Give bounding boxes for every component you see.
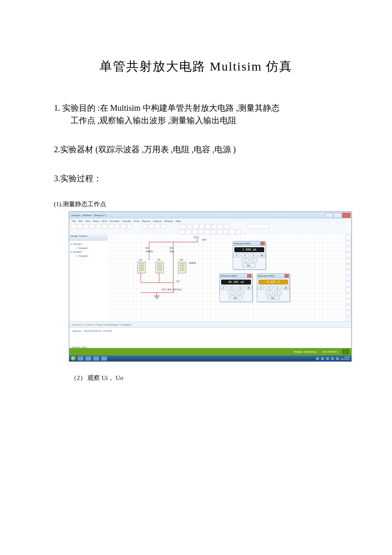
- meter-dc-button[interactable]: —: [237, 291, 244, 295]
- meter-ohm-button[interactable]: Ω: [274, 286, 281, 290]
- meter-set-button[interactable]: Set...: [267, 296, 280, 300]
- tray-icon[interactable]: [331, 357, 334, 360]
- toolbar-button[interactable]: [199, 224, 205, 229]
- instrument-icon[interactable]: [346, 305, 351, 310]
- meter-dc-button[interactable]: —: [250, 258, 258, 263]
- meter-db-button[interactable]: dB: [258, 253, 265, 258]
- output-panel[interactable]: Multisim - 2016年3月23日, 14:53:55 Results …: [69, 327, 351, 349]
- taskbar-icon[interactable]: [93, 356, 100, 361]
- instrument-icon[interactable]: [346, 241, 351, 246]
- toolbar-button[interactable]: [90, 224, 95, 229]
- close-button[interactable]: [342, 213, 351, 218]
- tree-tabs[interactable]: Hierarchy | Visibility | Project View: [72, 324, 109, 326]
- toolbar-button[interactable]: [180, 229, 185, 234]
- menu-window[interactable]: Window: [164, 220, 173, 222]
- toolbar-button[interactable]: [96, 224, 101, 229]
- toolbar-combo[interactable]: [248, 224, 269, 229]
- tree-file[interactable]: 📄 Design2: [71, 254, 106, 258]
- menu-simulate[interactable]: Simulate: [110, 220, 119, 222]
- meter-a-button[interactable]: A: [233, 253, 240, 258]
- instrument-icon[interactable]: [346, 293, 351, 298]
- windows-taskbar[interactable]: 14:54 2016/3/23: [69, 355, 351, 361]
- minimize-button[interactable]: [325, 213, 333, 218]
- meter-a-button[interactable]: A: [220, 286, 227, 290]
- toolbar-button[interactable]: [198, 229, 204, 234]
- toolbar-button[interactable]: [212, 224, 217, 229]
- meter-block-u2[interactable]: [156, 262, 164, 273]
- toolbar-button[interactable]: [223, 229, 229, 234]
- toolbar-button[interactable]: [193, 224, 198, 229]
- toolbar-button[interactable]: [121, 224, 126, 229]
- meter-v-button[interactable]: V: [265, 286, 273, 290]
- toolbar-button[interactable]: [149, 224, 154, 229]
- meter-a-button[interactable]: A: [257, 286, 264, 290]
- multimeter-xmm1-window[interactable]: Multimeter-XMM1 1.998 mA A V Ω dB ～ — Se…: [233, 241, 266, 270]
- menu-reports[interactable]: Reports: [142, 220, 151, 222]
- meter-set-button[interactable]: Set...: [243, 263, 256, 268]
- toolbar-button[interactable]: [83, 224, 89, 229]
- tree-project[interactable]: ▸ Design2: [71, 250, 106, 254]
- toolbar-button[interactable]: [180, 224, 186, 229]
- menu-help[interactable]: Help: [175, 220, 180, 222]
- tray-icon[interactable]: [336, 357, 339, 360]
- toolbar-button[interactable]: [71, 224, 76, 229]
- toolbar-button[interactable]: [236, 229, 241, 234]
- close-icon[interactable]: [247, 274, 251, 278]
- window-titlebar[interactable]: Design1 - Multisim - [Design1 *]: [69, 212, 351, 219]
- design-tree-panel[interactable]: Design Toolbox ▸ Design1 📄 Design1 ▸ Des…: [69, 234, 108, 321]
- taskbar-icon[interactable]: [85, 356, 92, 361]
- toolbar-1[interactable]: [69, 224, 351, 230]
- instrument-icon[interactable]: [346, 270, 351, 275]
- instrument-icon[interactable]: [346, 253, 351, 258]
- tray-icon[interactable]: [326, 357, 329, 360]
- toolbar-button[interactable]: [77, 224, 83, 229]
- menu-place[interactable]: Place: [93, 220, 99, 222]
- meter-block-u1[interactable]: [137, 262, 146, 273]
- start-button[interactable]: [71, 356, 76, 360]
- toolbar-button[interactable]: [229, 229, 235, 234]
- toolbar-button[interactable]: [114, 224, 120, 229]
- meter-v-button[interactable]: V: [241, 253, 248, 258]
- toolbar-button[interactable]: [127, 224, 132, 229]
- menu-options[interactable]: Options: [153, 220, 162, 222]
- canvas-tabs[interactable]: Hierarchy | Visibility | Project View De…: [69, 321, 351, 328]
- taskbar-icon[interactable]: [101, 356, 107, 361]
- menu-view[interactable]: View: [85, 220, 90, 222]
- menu-edit[interactable]: Edit: [78, 220, 83, 222]
- toolbar-button[interactable]: [211, 229, 216, 234]
- instrument-icon[interactable]: [346, 247, 351, 252]
- toolbar-button[interactable]: [205, 229, 210, 234]
- toolbar-button[interactable]: [217, 229, 222, 234]
- close-icon[interactable]: [285, 274, 289, 278]
- toolbar-button[interactable]: [186, 229, 191, 234]
- tray-icon[interactable]: [316, 357, 319, 360]
- instrument-icon[interactable]: [346, 311, 351, 316]
- instrument-icon[interactable]: [346, 287, 351, 292]
- toolbar-button[interactable]: [218, 224, 223, 229]
- toolbar-button[interactable]: [224, 224, 229, 229]
- meter-set-button[interactable]: Set...: [229, 296, 243, 300]
- instrument-icon[interactable]: [346, 299, 351, 304]
- meter-ac-button[interactable]: ～: [241, 258, 249, 263]
- canvas-tab-labels[interactable]: Design1 * | Design2: [109, 324, 131, 326]
- tree-file[interactable]: 📄 Design1: [71, 246, 106, 251]
- menu-tools[interactable]: Tools: [134, 220, 139, 222]
- toolbar-button[interactable]: [108, 224, 114, 229]
- menu-transfer[interactable]: Transfer: [122, 220, 131, 222]
- instrument-icon[interactable]: [346, 264, 351, 269]
- toolbar-button[interactable]: [187, 224, 192, 229]
- schematic-canvas[interactable]: VCC 10V R1 200kΩ R2 5kΩ U1 U2 U3 XMM3: [107, 234, 346, 321]
- meter-ac-button[interactable]: ～: [265, 291, 273, 295]
- meter-ohm-button[interactable]: Ω: [250, 253, 257, 258]
- toolbar-button[interactable]: [205, 224, 211, 229]
- multimeter-xmm3-window[interactable]: Multimeter-XMM3 0.021 V A V Ω dB ～ — Set…: [257, 273, 290, 302]
- tree-project[interactable]: ▸ Design1: [71, 242, 106, 246]
- menu-mcu[interactable]: MCU: [102, 220, 107, 222]
- meter-ohm-button[interactable]: Ω: [237, 286, 244, 290]
- instrument-icon[interactable]: [346, 235, 351, 240]
- meter-block-u3[interactable]: [178, 262, 186, 273]
- toolbar-button[interactable]: [192, 229, 197, 234]
- taskbar-icon[interactable]: [77, 356, 84, 361]
- meter-ac-button[interactable]: ～: [228, 291, 236, 295]
- meter-db-button[interactable]: dB: [245, 286, 252, 290]
